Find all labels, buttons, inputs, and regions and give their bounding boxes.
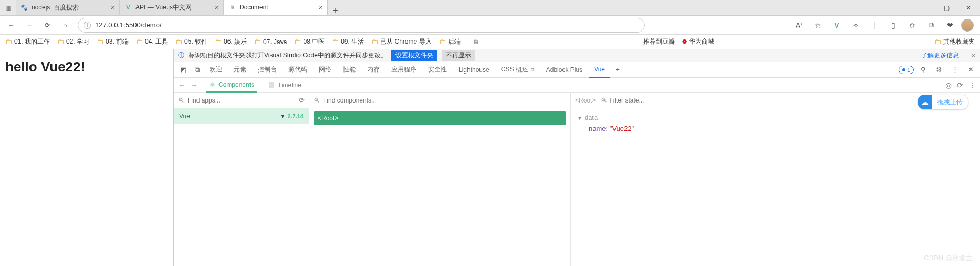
dt-tab-console[interactable]: 控制台 — [253, 62, 282, 78]
extensions-icon[interactable]: ⟡ — [848, 18, 863, 33]
tab-document[interactable]: 🗎 Document × — [224, 0, 328, 15]
link-icon[interactable]: ⚲ — [917, 64, 930, 76]
search-icon: 🔍︎ — [314, 97, 320, 104]
find-components-input[interactable] — [323, 97, 566, 104]
infobar-text: 标识项目的根文件夹以打开Visual Studio Code中的源文件并同步更改… — [189, 51, 387, 60]
vue-tab-components[interactable]: ⚛︎ Components — [206, 78, 257, 93]
folder-icon: 🗀 — [175, 38, 182, 46]
nav-back-icon[interactable]: ← — [178, 81, 185, 89]
close-icon[interactable]: ✕ — [971, 52, 976, 59]
bookmark-folder[interactable]: 🗀后端 — [439, 37, 461, 46]
window-close-icon[interactable]: ✕ — [962, 2, 975, 14]
close-icon[interactable]: × — [111, 3, 115, 12]
favorites-bar-icon[interactable]: ✩ — [904, 18, 920, 33]
state-entry[interactable]: name: "Vue22" — [577, 125, 974, 132]
device-icon[interactable]: ⧉ — [191, 64, 203, 76]
more-icon[interactable]: ⋮ — [968, 81, 976, 89]
maximize-icon[interactable]: ▢ — [940, 2, 953, 14]
tab-baidu[interactable]: 🐾 nodejs_百度搜索 × — [16, 0, 120, 15]
more-icon[interactable]: ⋮ — [948, 64, 961, 76]
upload-float-button[interactable]: ☁ 拖拽上传 — [918, 95, 968, 109]
bookmark-folder[interactable]: 🗀02. 学习 — [57, 37, 89, 46]
search-icon: 🔍︎ — [601, 97, 607, 104]
favorite-icon[interactable]: ☆ — [810, 18, 826, 33]
vue-ext-icon[interactable]: V — [829, 18, 845, 33]
folder-icon: 🗀 — [97, 38, 103, 46]
dt-tab-adblock[interactable]: Adblock Plus — [541, 62, 588, 78]
settings-icon[interactable]: ⚙ — [933, 64, 945, 76]
bookmark-folder[interactable]: 🗀04. 工具 — [136, 37, 168, 46]
dt-tab-welcome[interactable]: 欢迎 — [204, 62, 227, 78]
refresh-icon[interactable]: ⟳ — [299, 96, 305, 104]
bookmark-folder[interactable]: 🗀03. 前端 — [97, 37, 129, 46]
vue-subnav: ← → ⚛︎ Components ䷀ Timeline ◎ ⟳ ⋮ — [174, 78, 980, 93]
components-icon: ⚛︎ — [210, 81, 215, 88]
component-root[interactable]: <Root> — [314, 111, 566, 125]
new-tab-button[interactable]: + — [328, 6, 343, 15]
vue-tab-timeline[interactable]: ䷀ Timeline — [266, 78, 305, 93]
cloud-icon: ☁ — [918, 95, 932, 109]
dt-tab-application[interactable]: 应用程序 — [386, 62, 422, 78]
close-icon[interactable]: × — [319, 3, 323, 12]
bookmark-huawei[interactable]: ❁华为商城 — [682, 37, 714, 46]
heart-icon[interactable]: ❤︎ — [942, 18, 958, 33]
sidebar-toggle-icon[interactable]: ▥ — [3, 3, 13, 13]
tab-vuejs[interactable]: V API — Vue.js中文网 × — [120, 0, 224, 15]
add-tab-icon[interactable]: + — [611, 64, 624, 76]
dt-tab-performance[interactable]: 性能 — [338, 62, 361, 78]
chevron-down-icon: ▼ — [577, 115, 582, 121]
nav-forward-icon[interactable]: → — [191, 81, 198, 89]
devtools-panel: ⓘ 标识项目的根文件夹以打开Visual Studio Code中的源文件并同步… — [173, 49, 980, 266]
info-icon[interactable]: i — [84, 22, 91, 29]
dt-tab-elements[interactable]: 元素 — [228, 62, 252, 78]
app-version: 2.7.14 — [287, 113, 304, 119]
browser-tabs: 🐾 nodejs_百度搜索 × V API — Vue.js中文网 × 🗎 Do… — [16, 0, 343, 15]
bookmark-folder[interactable]: 🗀07. Java — [254, 38, 287, 46]
state-section[interactable]: ▼data — [577, 114, 974, 121]
bookmark-folder[interactable]: 🗀08.中医 — [294, 37, 325, 46]
bookmark-folder[interactable]: 🗀09. 生活 — [332, 37, 364, 46]
dismiss-button[interactable]: 不再显示 — [442, 50, 475, 61]
back-icon[interactable]: ← — [3, 18, 20, 33]
reload-icon[interactable]: ⟳ — [39, 18, 56, 33]
tab-title: nodejs_百度搜索 — [32, 3, 108, 12]
vue-body: 🔍︎ ⟳ Vue ▼2.7.14 🔍︎ <Root> <Root> — [174, 93, 980, 266]
issues-badge[interactable]: 1 — [899, 66, 914, 74]
folder-icon: 🗀 — [332, 38, 339, 46]
bookmark-folder[interactable]: 🗀06. 娱乐 — [215, 37, 247, 46]
dt-tab-css-overview[interactable]: CSS 概述 ⚗ — [496, 62, 540, 78]
dt-tab-network[interactable]: 网络 — [314, 62, 337, 78]
set-root-button[interactable]: 设置根文件夹 — [391, 50, 437, 61]
app-vue-row[interactable]: Vue ▼2.7.14 — [174, 108, 309, 124]
forward-icon[interactable]: → — [21, 18, 38, 33]
dt-tab-memory[interactable]: 内存 — [362, 62, 385, 78]
vue-logo-icon: ▼ — [280, 113, 286, 119]
find-apps-row: 🔍︎ ⟳ — [174, 93, 309, 108]
devtools-close-icon[interactable]: ✕ — [964, 64, 977, 76]
dt-tab-lighthouse[interactable]: Lighthouse — [453, 62, 495, 78]
dt-tab-security[interactable]: 安全性 — [423, 62, 452, 78]
refresh-icon[interactable]: ⟳ — [957, 81, 963, 89]
tab-title: API — Vue.js中文网 — [135, 3, 212, 12]
read-aloud-icon[interactable]: A⁾ — [791, 18, 807, 33]
dt-tab-sources[interactable]: 源代码 — [283, 62, 312, 78]
folder-icon: 🗀 — [57, 38, 64, 46]
target-icon[interactable]: ◎ — [945, 81, 952, 89]
inspect-icon[interactable]: ◩ — [177, 64, 190, 76]
learn-more-link[interactable]: 了解更多信息 — [921, 51, 959, 60]
find-apps-input[interactable] — [187, 97, 296, 104]
bookmark-folder[interactable]: 🗀已从 Chrome 导入 — [371, 37, 431, 46]
profile-avatar[interactable] — [961, 19, 974, 32]
close-icon[interactable]: × — [215, 3, 219, 12]
minimize-icon[interactable]: — — [918, 2, 931, 14]
bookmark-folder[interactable]: 🗀05. 软件 — [175, 37, 207, 46]
dt-tab-vue[interactable]: Vue — [589, 62, 610, 78]
info-icon: ⓘ — [178, 51, 184, 60]
collections-icon[interactable]: ⧉ — [923, 18, 939, 33]
bookmark-folder[interactable]: 🗀01. 我的工作 — [5, 37, 50, 46]
selected-component: <Root> — [575, 97, 596, 104]
state-column: <Root> 🔍︎ ▼data name: "Vue22" — [571, 93, 980, 266]
home-icon[interactable]: ⌂ — [57, 18, 74, 33]
bookmark-other[interactable]: 🗀其他收藏夹 — [934, 37, 975, 46]
split-icon[interactable]: ▯ — [885, 18, 901, 33]
